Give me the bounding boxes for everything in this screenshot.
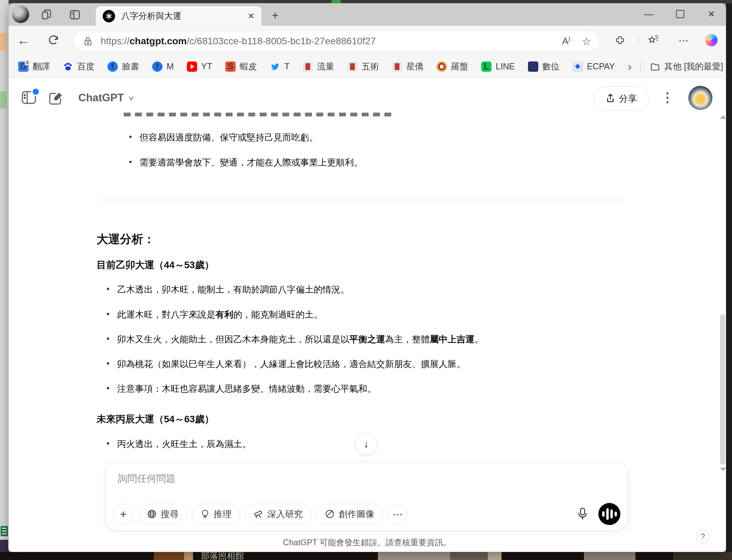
window-close-button[interactable]: ✕ <box>704 7 719 21</box>
baidu-paw-icon <box>63 61 73 72</box>
section-divider <box>97 200 624 200</box>
other-favorites-folder[interactable]: 其他 [我的最愛] <box>650 61 723 72</box>
background-app-speck <box>331 0 341 3</box>
bullet-icon: • <box>106 438 110 450</box>
scrollbar-down-arrow[interactable] <box>720 468 726 471</box>
shopee-icon: S <box>225 61 236 72</box>
create-image-tool-button[interactable]: 創作圖像 <box>316 504 383 524</box>
bookmark-messenger[interactable]: f M <box>152 61 174 72</box>
bookmark-facebook[interactable]: f 臉書 <box>108 61 139 72</box>
bookmarks-overflow-chevron[interactable]: › <box>628 60 632 73</box>
taskbar-top-strip <box>0 0 732 3</box>
address-bar[interactable]: https://chatgpt.com/c/68103cce-b118-8005… <box>73 31 600 52</box>
photo-thumb <box>378 552 450 560</box>
attach-plus-button[interactable]: + <box>113 504 134 524</box>
photo-thumb <box>154 552 184 560</box>
refresh-button[interactable] <box>47 33 60 47</box>
search-tool-button[interactable]: 搜尋 <box>138 504 187 524</box>
lock-icon <box>83 36 92 46</box>
favorite-star-icon[interactable]: ☆ <box>582 35 591 47</box>
photo-thumb <box>673 552 732 560</box>
list-item: • 此運木旺，對八字來說是有利的，能克制過旺的土。 <box>106 309 323 321</box>
facebook-icon: f <box>108 61 118 72</box>
back-button[interactable]: ← <box>16 33 30 47</box>
deep-research-tool-button[interactable]: 深入研究 <box>245 504 312 524</box>
copilot-icon[interactable] <box>705 33 718 47</box>
background-window-title: 部落照相館 <box>201 552 244 560</box>
tab-title: 八字分析與大運 <box>121 10 245 22</box>
bookmark-digits[interactable]: 數 數位 <box>528 61 560 72</box>
background-grid-line <box>7 0 7 560</box>
model-switcher[interactable]: ChatGPT ∨ <box>78 92 134 104</box>
chevron-down-icon: ∨ <box>127 94 135 102</box>
url-text[interactable]: https://chatgpt.com/c/68103cce-b118-8005… <box>101 36 562 47</box>
scroll-to-bottom-button[interactable]: ↓ <box>355 433 377 455</box>
read-aloud-icon[interactable]: A) <box>562 36 570 47</box>
dictate-button[interactable] <box>575 505 590 523</box>
bullet-icon: • <box>106 309 110 321</box>
bullet-icon: • <box>106 284 110 296</box>
bullet-icon: • <box>106 333 110 345</box>
settings-more-icon[interactable]: ⋯ <box>677 33 690 47</box>
composer[interactable]: 詢問任何問題 + 搜尋 推理 <box>105 462 628 531</box>
extensions-icon[interactable] <box>613 33 627 47</box>
chatgpt-title: ChatGPT <box>78 92 124 104</box>
conversation-options-icon[interactable] <box>661 90 674 106</box>
notification-dot <box>31 87 40 96</box>
palette-icon <box>325 509 335 519</box>
bullet-icon: • <box>106 358 110 370</box>
voice-mode-button[interactable] <box>598 503 620 525</box>
bookmark-xingqiao[interactable]: 星僑 <box>392 61 424 72</box>
list-item: • 但容易因過度防備、保守或堅持己見而吃虧。 <box>129 132 318 144</box>
bullet-icon: • <box>106 383 110 395</box>
bullet-icon: • <box>129 157 132 169</box>
ecpay-icon <box>573 61 583 72</box>
bookmark-shopee[interactable]: S 蝦皮 <box>225 61 257 72</box>
translate-icon: G文 <box>18 61 29 72</box>
reason-tool-button[interactable]: 推理 <box>192 504 240 524</box>
clipped-text-sliver <box>124 113 392 116</box>
chatgpt-favicon <box>103 10 115 22</box>
tab-close-icon[interactable]: ✕ <box>248 11 255 21</box>
tab-baizi-analysis[interactable]: 八字分析與大運 ✕ <box>96 6 261 26</box>
vertical-tabs-icon[interactable] <box>69 9 81 21</box>
scrollbar-up-arrow[interactable] <box>720 115 726 119</box>
share-button[interactable]: 分享 <box>594 87 649 111</box>
bookmark-traffic[interactable]: 流量 <box>303 61 334 72</box>
window-minimize-button[interactable]: — <box>641 7 656 21</box>
bookmark-twitter[interactable]: T <box>270 61 290 72</box>
bookmark-baidu[interactable]: 百度 <box>63 61 94 72</box>
bookmark-wushu[interactable]: 五術 <box>347 61 379 72</box>
twitter-bird-icon <box>270 61 280 72</box>
compass-icon <box>437 61 447 72</box>
bookmark-youtube[interactable]: YT <box>187 61 212 72</box>
list-item: • 卯為桃花（如果以巳年生人來看），人緣運上會比較活絡，適合結交新朋友、擴展人脈… <box>106 358 465 370</box>
help-button[interactable]: ? <box>696 530 710 544</box>
disclaimer-text: ChatGPT 可能會發生錯誤。請查核重要資訊。 <box>9 537 726 548</box>
background-right-edge <box>726 3 732 552</box>
bookmark-line[interactable]: L LINE <box>481 61 515 72</box>
arrow-down-icon: ↓ <box>364 438 369 450</box>
composer-placeholder[interactable]: 詢問任何問題 <box>118 472 176 485</box>
favorites-hub-icon[interactable] <box>647 33 661 47</box>
back-icon: ← <box>17 34 30 47</box>
bookmark-translate[interactable]: G文 翻譯 <box>18 61 50 72</box>
new-tab-button[interactable]: + <box>268 8 282 23</box>
bullet-icon: • <box>129 132 132 144</box>
share-upload-icon <box>606 93 615 104</box>
microphone-icon <box>577 507 588 521</box>
browser-profile-avatar[interactable] <box>12 6 29 23</box>
photo-thumb <box>450 552 488 560</box>
current-luck-heading: 目前乙卯大運（44～53歲） <box>97 259 214 272</box>
bookmarks-bar: G文 翻譯 百度 f 臉書 f M YT S 蝦皮 <box>9 55 726 78</box>
scrollbar-thumb[interactable] <box>720 314 725 465</box>
workspaces-icon[interactable] <box>41 9 52 21</box>
more-tools-button[interactable]: ⋯ <box>388 504 408 524</box>
list-item: • 注意事項：木旺也容易讓人思緒多變、情緒波動，需要心平氣和。 <box>106 383 376 395</box>
window-maximize-button[interactable] <box>673 7 688 21</box>
bookmark-luopan[interactable]: 羅盤 <box>437 61 468 72</box>
bookmark-ecpay[interactable]: ECPAY <box>573 61 615 72</box>
new-chat-icon[interactable] <box>49 91 63 105</box>
seal-app-icon <box>392 61 402 72</box>
user-avatar[interactable] <box>688 86 712 110</box>
